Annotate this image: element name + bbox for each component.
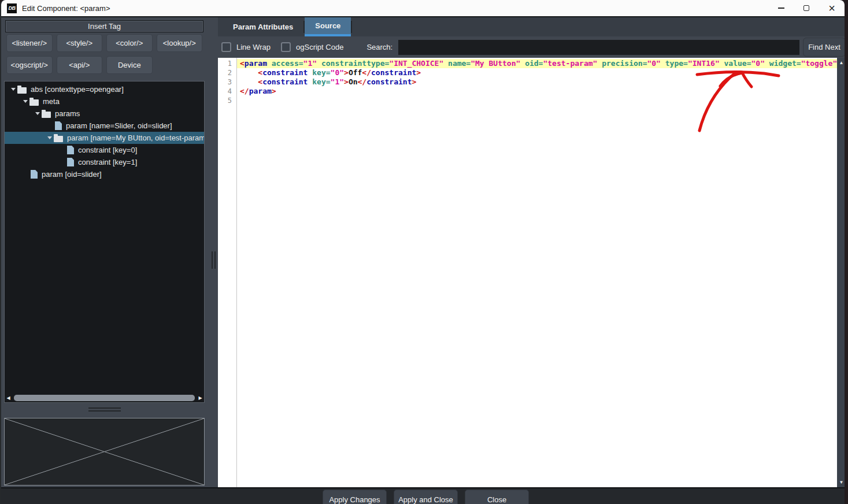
line-number: 4 bbox=[218, 87, 236, 96]
line-number: 1 bbox=[218, 59, 236, 68]
expand-arrow-icon[interactable] bbox=[34, 112, 42, 115]
folder-icon bbox=[17, 87, 27, 94]
document-icon bbox=[31, 170, 38, 179]
scroll-down-icon[interactable]: ▼ bbox=[837, 480, 845, 485]
search-label: Search: bbox=[366, 43, 392, 51]
insert-tag-header: Insert Tag bbox=[5, 20, 203, 32]
insert-tag-button-listener[interactable]: <listener/> bbox=[6, 34, 53, 52]
source-editor[interactable]: 12345 <param access="1" constrainttype="… bbox=[218, 58, 845, 487]
line-number: 5 bbox=[218, 96, 236, 105]
tree-item-label: abs [contexttype=opengear] bbox=[31, 85, 124, 94]
preview-placeholder bbox=[4, 418, 205, 486]
find-next-button[interactable]: Find Next bbox=[803, 38, 845, 57]
folder-icon bbox=[54, 136, 63, 142]
tree-item[interactable]: param [name=My BUtton, oid=test-param] bbox=[5, 132, 204, 144]
minimize-icon bbox=[778, 8, 784, 9]
ogscript-code-checkbox[interactable] bbox=[281, 42, 291, 52]
tree-item-label: constraint [key=0] bbox=[78, 146, 137, 154]
tree-item-label: params bbox=[55, 109, 80, 118]
tree-item[interactable]: param [name=Slider, oid=slider] bbox=[5, 120, 204, 132]
tree-item[interactable]: constraint [key=0] bbox=[5, 144, 204, 156]
edit-component-window: DB Edit Component: <param> × Insert Tag … bbox=[0, 0, 845, 504]
expand-arrow-icon[interactable] bbox=[46, 136, 54, 139]
titlebar: DB Edit Component: <param> × bbox=[1, 0, 845, 17]
tab-separator bbox=[351, 21, 352, 33]
tab-bar: Param Attributes Source bbox=[218, 17, 845, 36]
tree-horizontal-scrollbar[interactable]: ◀ ▶ bbox=[5, 394, 204, 402]
scrollbar-thumb[interactable] bbox=[14, 395, 195, 401]
tree-item[interactable]: abs [contexttype=opengear] bbox=[5, 83, 204, 95]
close-button[interactable]: × bbox=[819, 0, 845, 16]
code-line[interactable] bbox=[237, 96, 837, 105]
tree-item-label: param [name=Slider, oid=slider] bbox=[66, 121, 172, 130]
apply-changes-button[interactable]: Apply Changes bbox=[323, 490, 387, 504]
expand-arrow-icon[interactable] bbox=[21, 100, 29, 103]
source-toolbar: Line Wrap ogScript Code Search: Find Nex… bbox=[218, 36, 845, 58]
folder-icon bbox=[29, 99, 39, 106]
line-number: 3 bbox=[218, 77, 236, 87]
footer-buttons: Apply ChangesApply and CloseClose bbox=[323, 490, 529, 504]
insert-tag-button-ogscript[interactable]: <ogscript/> bbox=[6, 56, 53, 74]
left-panel: Insert Tag <listener/><style/><color/><l… bbox=[1, 17, 208, 487]
tab-param-attributes[interactable]: Param Attributes bbox=[223, 17, 303, 36]
document-icon bbox=[67, 158, 74, 166]
insert-tag-button-lookup[interactable]: <lookup/> bbox=[157, 34, 203, 52]
vertical-splitter[interactable] bbox=[208, 17, 218, 487]
code-line[interactable]: </param> bbox=[237, 87, 837, 96]
tree-item[interactable]: param [oid=slider] bbox=[5, 168, 204, 180]
insert-tag-grid: <listener/><style/><color/><lookup/><ogs… bbox=[6, 34, 202, 74]
close-icon: × bbox=[828, 5, 835, 11]
line-wrap-checkbox[interactable] bbox=[221, 42, 231, 52]
component-tree: abs [contexttype=opengear]metaparamspara… bbox=[4, 81, 205, 403]
tree-item[interactable]: meta bbox=[5, 95, 204, 108]
expand-arrow-icon[interactable] bbox=[9, 88, 17, 91]
right-panel: Param Attributes Source Line Wrap ogScri… bbox=[218, 17, 845, 487]
empty-preview-cross bbox=[5, 418, 204, 485]
maximize-button[interactable] bbox=[794, 0, 819, 16]
tree-item-label: constraint [key=1] bbox=[78, 158, 137, 166]
search-input[interactable] bbox=[398, 40, 799, 55]
maximize-icon bbox=[803, 5, 809, 11]
insert-tag-button-style[interactable]: <style/> bbox=[57, 34, 103, 52]
insert-tag-button-api[interactable]: <api/> bbox=[57, 56, 103, 74]
minimize-button[interactable] bbox=[768, 0, 794, 16]
apply-and-close-button[interactable]: Apply and Close bbox=[394, 490, 458, 504]
code-line[interactable]: <constraint key="1">On</constraint> bbox=[237, 77, 837, 87]
scroll-right-icon[interactable]: ▶ bbox=[197, 395, 204, 401]
code-line[interactable]: <constraint key="0">Off</constraint> bbox=[237, 68, 837, 77]
code-line-current[interactable]: <param access="1" constrainttype="INT_CH… bbox=[237, 59, 837, 68]
insert-tag-button-device[interactable]: Device bbox=[106, 56, 153, 74]
document-icon bbox=[67, 146, 74, 154]
insert-tag-button-color[interactable]: <color/> bbox=[106, 34, 153, 52]
scroll-left-icon[interactable]: ◀ bbox=[5, 395, 12, 401]
close-button[interactable]: Close bbox=[465, 490, 529, 504]
app-icon: DB bbox=[7, 3, 17, 13]
tree-item[interactable]: constraint [key=1] bbox=[5, 156, 204, 168]
document-icon bbox=[55, 121, 62, 130]
tree-item-label: param [oid=slider] bbox=[42, 170, 102, 179]
ogscript-code-label: ogScript Code bbox=[296, 43, 343, 51]
code-area[interactable]: <param access="1" constrainttype="INT_CH… bbox=[237, 58, 837, 487]
scroll-up-icon[interactable]: ▲ bbox=[837, 60, 845, 65]
vertical-splitter-handle[interactable] bbox=[210, 251, 216, 271]
editor-vertical-scrollbar[interactable]: ▲ ▼ bbox=[837, 58, 845, 487]
line-wrap-label: Line Wrap bbox=[236, 43, 271, 51]
line-number: 2 bbox=[218, 68, 236, 77]
tab-source[interactable]: Source bbox=[305, 17, 351, 36]
window-title: Edit Component: <param> bbox=[22, 4, 110, 13]
panel-splitter-handle[interactable] bbox=[88, 406, 121, 413]
footer-bar: Apply ChangesApply and CloseClose bbox=[1, 487, 845, 504]
line-number-gutter: 12345 bbox=[218, 58, 237, 487]
tree-item-label: meta bbox=[43, 97, 60, 106]
folder-icon bbox=[42, 112, 51, 118]
tree-item[interactable]: params bbox=[5, 108, 204, 120]
tree-item-label: param [name=My BUtton, oid=test-param] bbox=[67, 134, 205, 142]
